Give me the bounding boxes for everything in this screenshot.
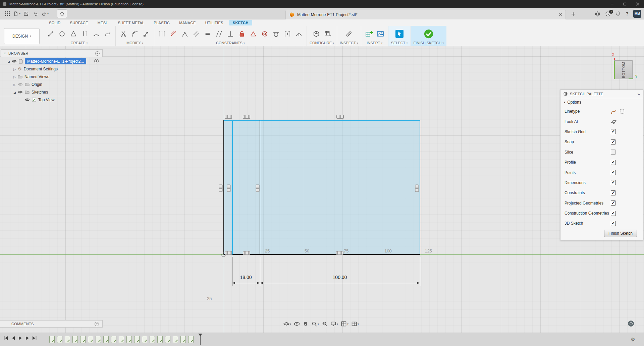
orbit-icon[interactable]: ▾ xyxy=(283,321,291,327)
finish-sketch-dropdown[interactable]: FINISH SKETCH xyxy=(414,41,444,45)
tab-manage[interactable]: MANAGE xyxy=(175,20,199,25)
display-settings-icon[interactable]: ▾ xyxy=(330,321,338,327)
spline-tool-icon[interactable] xyxy=(103,29,113,39)
save-icon[interactable] xyxy=(21,9,31,18)
zoom-icon[interactable]: ▾ xyxy=(311,321,319,327)
configure-icon[interactable] xyxy=(311,29,321,39)
tab-close-icon[interactable] xyxy=(559,13,562,16)
coincident-constraint-icon[interactable] xyxy=(180,29,190,39)
inspect-dropdown[interactable]: INSPECT xyxy=(340,41,358,45)
insert-mesh-icon[interactable] xyxy=(364,29,374,39)
collapsed-icon[interactable] xyxy=(13,82,16,87)
timeline-marker[interactable] xyxy=(111,336,116,343)
timeline-marker[interactable] xyxy=(157,336,163,343)
timeline-marker[interactable] xyxy=(142,336,147,343)
equal-constraint-icon[interactable] xyxy=(203,29,213,39)
3d-sketch-checkbox[interactable] xyxy=(611,221,616,226)
concentric-constraint-icon[interactable] xyxy=(260,29,270,39)
timeline-marker[interactable] xyxy=(57,336,62,343)
curvature-constraint-icon[interactable] xyxy=(294,29,304,39)
construction-geometries-checkbox[interactable] xyxy=(611,211,616,216)
configure-dropdown[interactable]: CONFIGURE xyxy=(310,41,334,45)
web-home-icon[interactable] xyxy=(595,11,600,17)
options-section-header[interactable]: Options xyxy=(560,98,643,106)
sketch-profile-region[interactable] xyxy=(224,120,420,254)
timeline-marker[interactable] xyxy=(173,336,178,343)
visibility-eye-icon[interactable] xyxy=(25,98,30,102)
perpendicular-constraint-icon[interactable] xyxy=(225,29,235,39)
step-back-icon[interactable] xyxy=(11,336,15,340)
constraints-dropdown[interactable]: CONSTRAINTS xyxy=(216,41,245,45)
arc-tool-icon[interactable] xyxy=(91,29,101,39)
constraints-checkbox[interactable] xyxy=(611,190,616,195)
select-tool-icon[interactable] xyxy=(394,29,405,39)
look-at-icon[interactable] xyxy=(611,119,617,124)
dimension-badge[interactable] xyxy=(219,185,223,192)
snap-checkbox[interactable] xyxy=(611,139,616,145)
tab-utilities[interactable]: UTILITIES xyxy=(202,20,227,25)
timeline-marker[interactable] xyxy=(134,336,140,343)
tab-mesh[interactable]: MESH xyxy=(94,20,112,25)
pan-icon[interactable] xyxy=(303,321,309,327)
timeline-marker[interactable] xyxy=(49,336,55,343)
help-icon[interactable]: ? xyxy=(626,11,629,16)
user-avatar[interactable]: MM xyxy=(633,10,641,18)
tab-sheet-metal[interactable]: SHEET METAL xyxy=(114,20,148,25)
go-to-end-icon[interactable] xyxy=(32,336,37,340)
dimension-badge[interactable] xyxy=(225,115,232,119)
dimension-badge[interactable] xyxy=(225,251,232,255)
insert-dropdown[interactable]: INSERT xyxy=(367,41,382,45)
close-button[interactable] xyxy=(631,0,644,8)
timeline-marker[interactable] xyxy=(188,336,194,343)
polygon-tool-icon[interactable] xyxy=(68,29,78,39)
job-status-icon[interactable]: 1 xyxy=(605,11,611,17)
dimension-badge[interactable] xyxy=(336,115,344,119)
midpoint-constraint-icon[interactable] xyxy=(282,29,292,39)
dimension-value-100[interactable]: 100.00 xyxy=(333,275,347,280)
browser-pin-icon[interactable] xyxy=(95,51,100,56)
play-icon[interactable] xyxy=(18,336,22,340)
offset-tool-icon[interactable] xyxy=(130,29,140,39)
collinear-constraint-icon[interactable] xyxy=(191,29,201,39)
fit-icon[interactable] xyxy=(322,321,328,327)
comments-bar[interactable]: COMMENTS xyxy=(0,320,103,328)
timeline-settings-icon[interactable] xyxy=(631,336,635,343)
fix-constraint-icon[interactable] xyxy=(237,29,247,39)
dimension-badge[interactable] xyxy=(243,251,250,255)
redo-icon[interactable] xyxy=(40,9,50,18)
dimension-line-100[interactable] xyxy=(260,283,420,283)
viewcube[interactable]: BOTTOM xyxy=(614,60,633,79)
add-comment-icon[interactable] xyxy=(95,322,99,326)
configuration-table-icon[interactable] xyxy=(323,29,333,39)
timeline-marker[interactable] xyxy=(88,336,93,343)
browser-row-top-view[interactable]: Top View xyxy=(1,96,103,104)
expand-icon[interactable] xyxy=(13,90,16,95)
timeline-marker[interactable] xyxy=(150,336,155,343)
dimension-badge[interactable] xyxy=(415,185,419,192)
dimension-badge[interactable] xyxy=(227,185,231,192)
slot-tool-icon[interactable] xyxy=(80,29,90,39)
step-forward-icon[interactable] xyxy=(25,336,29,340)
select-dropdown[interactable]: SELECT xyxy=(391,41,408,45)
workspace-selector[interactable]: DESIGN xyxy=(4,28,40,44)
slice-checkbox[interactable] xyxy=(611,150,616,155)
visibility-eye-icon[interactable] xyxy=(18,82,23,86)
collapsed-icon[interactable] xyxy=(13,67,16,71)
browser-row-named-views[interactable]: Named Views xyxy=(1,73,103,80)
browser-row-root[interactable]: Matteo-Morrone-ET1-Project2... xyxy=(1,57,103,65)
browser-row-sketches[interactable]: Sketches xyxy=(1,88,103,96)
dimensions-checkbox[interactable] xyxy=(611,180,616,185)
visibility-eye-icon[interactable] xyxy=(18,90,23,94)
finish-sketch-icon[interactable] xyxy=(424,29,434,39)
sketch-grid-checkbox[interactable] xyxy=(611,129,616,134)
line-tool-icon[interactable] xyxy=(46,29,56,39)
notifications-bell-icon[interactable] xyxy=(615,11,621,16)
browser-row-origin[interactable]: Origin xyxy=(1,80,103,88)
palette-collapse-icon[interactable] xyxy=(637,92,640,97)
symmetry-constraint-icon[interactable] xyxy=(248,29,258,39)
viewports-icon[interactable]: ▾ xyxy=(351,321,359,327)
sketch-line-left[interactable] xyxy=(223,120,224,254)
sketch-line-inner-1[interactable] xyxy=(232,120,233,254)
collapsed-icon[interactable] xyxy=(13,74,16,79)
look-at-nav-icon[interactable] xyxy=(294,321,300,327)
